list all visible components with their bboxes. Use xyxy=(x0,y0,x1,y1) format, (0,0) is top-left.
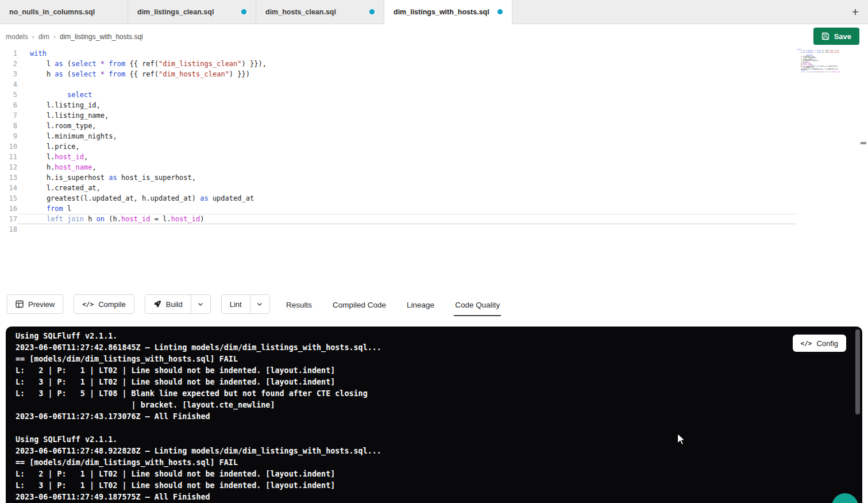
code-editor[interactable]: 1with2 l as (select * from {{ ref("dim_l… xyxy=(0,48,868,292)
line-number: 6 xyxy=(0,100,17,110)
terminal-output-line: Using SQLFluff v2.1.1. xyxy=(16,331,851,342)
line-number: 12 xyxy=(0,162,17,172)
editor-scrollbar-mark xyxy=(861,142,866,144)
code-line-6[interactable]: 6 l.listing_id, xyxy=(0,100,796,110)
file-tab-no_nulls_in_columns.sql[interactable]: no_nulls_in_columns.sql xyxy=(0,0,128,24)
code-line-14[interactable]: 14 l.created_at, xyxy=(0,183,796,193)
line-number: 7 xyxy=(0,110,17,121)
code-line-13[interactable]: 13 h.is_superhost as host_is_superhost, xyxy=(0,172,796,183)
lint-button[interactable]: Lint xyxy=(222,295,250,313)
unsaved-changes-dot xyxy=(241,9,246,14)
panel-tab-compiled-code[interactable]: Compiled Code xyxy=(331,293,387,316)
line-number: 1 xyxy=(0,48,17,59)
config-button[interactable]: </> Config xyxy=(793,335,846,352)
code-line-16[interactable]: 16 from l xyxy=(0,203,796,214)
unsaved-changes-dot xyxy=(369,9,375,14)
preview-button[interactable]: Preview xyxy=(7,294,63,314)
compile-code-icon: </> xyxy=(82,301,94,308)
breadcrumb-separator: › xyxy=(53,33,56,41)
breadcrumb-segment[interactable]: models xyxy=(6,33,28,41)
save-label: Save xyxy=(834,32,851,41)
tab-label: no_nulls_in_columns.sql xyxy=(9,8,95,16)
code-line-5[interactable]: 5 select xyxy=(0,90,796,100)
line-number: 3 xyxy=(0,69,17,79)
code-text: l.listing_id, xyxy=(17,100,796,110)
panel-tab-lineage[interactable]: Lineage xyxy=(406,293,435,316)
code-text: h.host_name, xyxy=(17,162,796,172)
preview-label: Preview xyxy=(28,300,55,309)
code-text: select xyxy=(17,90,796,100)
line-number: 13 xyxy=(0,172,17,183)
breadcrumb-bar: models›dim›dim_listings_with_hosts.sql S… xyxy=(0,24,868,48)
terminal-output-line: L: 2 | P: 1 | LT02 | Line should not be … xyxy=(16,365,851,377)
code-text: left join h on (h.host_id = l.host_id) xyxy=(17,214,796,224)
line-number: 16 xyxy=(0,203,17,214)
breadcrumb-segment[interactable]: dim xyxy=(38,33,49,41)
chevron-down-icon xyxy=(256,301,263,308)
code-line-3[interactable]: 3 h as (select * from {{ ref("dim_hosts_… xyxy=(0,69,796,79)
code-line-12[interactable]: 12 h.host_name, xyxy=(0,162,796,172)
terminal-output-line: == [models/dim/dim_listings_with_hosts.s… xyxy=(16,354,851,365)
build-dropdown-button[interactable] xyxy=(191,295,210,313)
code-text: h as (select * from {{ ref("dim_hosts_cl… xyxy=(17,69,796,79)
compile-label: Compile xyxy=(98,300,126,309)
terminal-output-line xyxy=(16,423,851,434)
file-tab-dim_listings_clean.sql[interactable]: dim_listings_clean.sql xyxy=(128,0,256,24)
lint-label: Lint xyxy=(230,300,242,309)
code-text xyxy=(17,79,796,90)
build-button[interactable]: Build xyxy=(145,295,191,313)
tab-label: dim_hosts_clean.sql xyxy=(265,8,336,16)
line-number: 10 xyxy=(0,141,17,152)
code-text: l.minimum_nights, xyxy=(17,131,796,141)
code-text: l.host_id, xyxy=(17,152,796,162)
breadcrumb-separator: › xyxy=(32,33,34,41)
new-tab-button[interactable]: + xyxy=(843,6,868,18)
code-text: h.is_superhost as host_is_superhost, xyxy=(17,172,796,183)
terminal-output-line: L: 3 | P: 1 | LT02 | Line should not be … xyxy=(16,480,851,492)
breadcrumb-segment[interactable]: dim_listings_with_hosts.sql xyxy=(60,33,143,41)
code-line-11[interactable]: 11 l.host_id, xyxy=(0,152,796,162)
file-tab-bar: no_nulls_in_columns.sqldim_listings_clea… xyxy=(0,0,868,24)
line-number: 8 xyxy=(0,121,17,131)
preview-grid-icon xyxy=(16,300,24,308)
save-button[interactable]: Save xyxy=(813,28,859,45)
editor-minimap[interactable]: with l as (select * from {{ ref("dim_lis… xyxy=(797,49,839,75)
build-button-group: Build xyxy=(145,294,211,314)
code-line-9[interactable]: 9 l.minimum_nights, xyxy=(0,131,796,141)
tab-label: dim_listings_clean.sql xyxy=(137,8,214,16)
code-text: l.created_at, xyxy=(17,183,796,193)
code-line-2[interactable]: 2 l as (select * from {{ ref("dim_listin… xyxy=(0,59,796,69)
file-tabs: no_nulls_in_columns.sqldim_listings_clea… xyxy=(0,0,512,24)
terminal-output-line: L: 3 | P: 5 | LT08 | Blank line expected… xyxy=(16,388,851,400)
file-tab-dim_hosts_clean.sql[interactable]: dim_hosts_clean.sql xyxy=(256,0,384,24)
compile-button[interactable]: </> Compile xyxy=(74,294,134,314)
tab-bar-spacer: + xyxy=(512,0,868,24)
line-number: 15 xyxy=(0,193,17,203)
code-text: l.room_type, xyxy=(17,121,796,131)
file-tab-dim_listings_with_hosts.sql[interactable]: dim_listings_with_hosts.sql xyxy=(384,0,512,24)
code-lines: 1with2 l as (select * from {{ ref("dim_l… xyxy=(0,48,796,235)
save-icon xyxy=(821,32,830,40)
panel-tab-code-quality[interactable]: Code Quality xyxy=(454,293,501,316)
code-line-4[interactable]: 4 xyxy=(0,79,796,90)
terminal-output-line: | bracket. [layout.cte_newline] xyxy=(16,400,851,411)
terminal-output-line: 2023-06-06T11:27:42.861845Z — Linting mo… xyxy=(16,342,851,354)
bottom-toolbar: Preview </> Compile Build Lint ResultsC xyxy=(0,292,868,322)
line-number: 4 xyxy=(0,79,17,90)
code-text: l as (select * from {{ ref("dim_listings… xyxy=(17,59,796,69)
code-line-15[interactable]: 15 greatest(l.updated_at, h.updated_at) … xyxy=(0,193,796,203)
code-line-1[interactable]: 1with xyxy=(0,48,796,59)
terminal-output-line: 2023-06-06T11:27:48.922828Z — Linting mo… xyxy=(16,446,851,457)
terminal-scrollbar[interactable] xyxy=(855,329,860,414)
code-line-7[interactable]: 7 l.listing_name, xyxy=(0,110,796,121)
lint-dropdown-button[interactable] xyxy=(250,295,269,313)
panel-tab-results[interactable]: Results xyxy=(285,293,313,316)
code-line-10[interactable]: 10 l.price, xyxy=(0,141,796,152)
code-line-17[interactable]: 17 left join h on (h.host_id = l.host_id… xyxy=(0,214,796,224)
terminal-output-line: == [models/dim/dim_listings_with_hosts.s… xyxy=(16,457,851,469)
code-line-18[interactable]: 18 xyxy=(0,224,796,235)
line-number: 11 xyxy=(0,152,17,162)
code-line-8[interactable]: 8 l.room_type, xyxy=(0,121,796,131)
code-text: l.price, xyxy=(17,141,796,152)
terminal-output-line: 2023-06-06T11:27:43.173076Z — All Finish… xyxy=(16,411,851,423)
